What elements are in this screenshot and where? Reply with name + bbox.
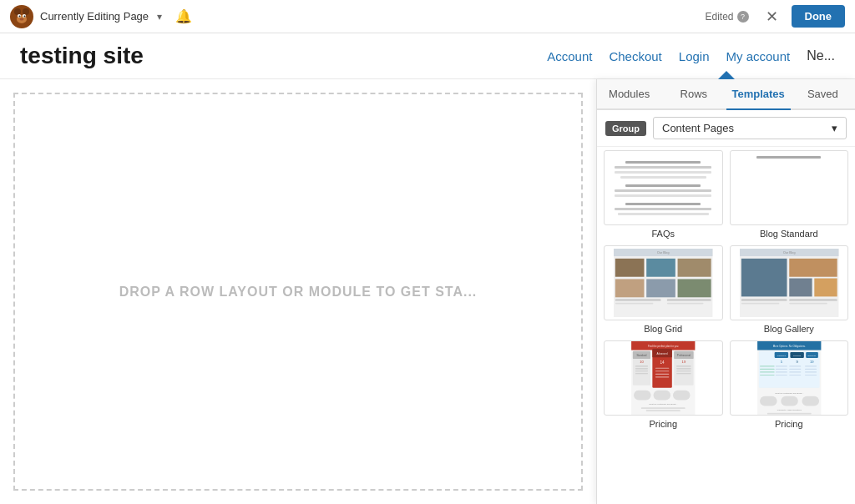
- svg-rect-26: [789, 259, 837, 277]
- svg-rect-64: [641, 407, 686, 409]
- svg-rect-82: [805, 365, 817, 366]
- nav-more[interactable]: Ne...: [807, 48, 835, 63]
- template-thumb-blog-grid: Our Blog: [604, 245, 723, 320]
- template-name-pricing-2: Pricing: [775, 419, 803, 429]
- svg-text:What our customers are saying.: What our customers are saying...: [649, 403, 678, 405]
- template-pricing-2[interactable]: More Options. No Obligations. Freelance …: [730, 340, 849, 429]
- template-thumb-blog-gallery: Our Blog: [730, 245, 849, 320]
- logo-icon: [10, 5, 33, 28]
- bell-icon[interactable]: 🔔: [175, 8, 192, 24]
- site-nav: Account Checkout Login My account Ne...: [547, 48, 835, 63]
- svg-rect-65: [646, 410, 680, 411]
- svg-rect-98: [802, 396, 819, 406]
- svg-text:19: 19: [682, 360, 686, 364]
- svg-rect-30: [741, 303, 779, 305]
- svg-rect-58: [676, 370, 691, 371]
- nav-myaccount[interactable]: My account: [726, 49, 791, 63]
- svg-text:Advanced: Advanced: [657, 352, 668, 355]
- chevron-down-icon[interactable]: ▾: [157, 11, 162, 23]
- svg-text:Freelance: Freelance: [777, 355, 786, 356]
- template-pricing-1[interactable]: Find the perfect plan for you Standard 1…: [604, 340, 723, 429]
- svg-rect-90: [805, 371, 817, 372]
- close-icon[interactable]: ✕: [766, 8, 778, 26]
- svg-rect-94: [805, 375, 817, 375]
- svg-rect-29: [741, 299, 787, 301]
- svg-point-2: [23, 8, 29, 15]
- svg-rect-19: [615, 303, 654, 305]
- svg-point-7: [24, 15, 26, 17]
- svg-rect-84: [775, 369, 787, 370]
- tab-templates[interactable]: Templates: [726, 79, 791, 110]
- svg-rect-18: [615, 299, 661, 301]
- svg-rect-49: [655, 370, 669, 371]
- template-name-blog-grid: Blog Grid: [644, 324, 682, 334]
- nav-login[interactable]: Login: [679, 49, 710, 63]
- svg-rect-91: [760, 375, 775, 375]
- svg-rect-62: [673, 391, 691, 401]
- svg-rect-56: [676, 365, 691, 366]
- svg-rect-57: [676, 368, 691, 369]
- svg-rect-93: [789, 375, 801, 375]
- svg-rect-60: [634, 391, 651, 401]
- svg-rect-51: [655, 376, 669, 377]
- svg-rect-14: [678, 259, 711, 277]
- template-blog-standard[interactable]: Blog Standard: [730, 150, 849, 239]
- svg-point-6: [19, 15, 21, 17]
- svg-rect-28: [814, 279, 837, 297]
- canvas[interactable]: DROP A ROW LAYOUT OR MODULE TO GET STA..…: [0, 79, 596, 504]
- template-thumb-pricing-1: Find the perfect plan for you Standard 1…: [604, 340, 723, 416]
- canvas-drop-zone[interactable]: DROP A ROW LAYOUT OR MODULE TO GET STA..…: [13, 93, 583, 491]
- svg-rect-12: [615, 259, 645, 277]
- panel-tabs: Modules Rows Templates Saved: [597, 79, 855, 110]
- svg-rect-97: [781, 396, 798, 406]
- svg-text:What our customers are saying.: What our customers are saying...: [775, 392, 804, 394]
- svg-rect-21: [667, 303, 704, 305]
- template-thumb-faqs: [604, 150, 723, 225]
- template-blog-gallery[interactable]: Our Blog: [730, 245, 849, 334]
- svg-rect-92: [775, 375, 787, 375]
- svg-rect-61: [654, 391, 671, 401]
- site-title: testing site: [20, 43, 547, 69]
- svg-rect-96: [760, 396, 777, 406]
- panel-pointer: [718, 71, 735, 79]
- help-icon[interactable]: ?: [737, 11, 749, 23]
- group-badge: Group: [605, 121, 646, 136]
- template-row: Find the perfect plan for you Standard 1…: [604, 340, 848, 429]
- svg-rect-13: [646, 259, 675, 277]
- page-title: Currently Editing Page: [40, 10, 149, 23]
- done-button[interactable]: Done: [792, 5, 846, 28]
- svg-rect-59: [676, 373, 691, 374]
- template-thumb-pricing-2: More Options. No Obligations. Freelance …: [730, 340, 849, 416]
- svg-rect-88: [775, 371, 787, 372]
- tab-rows[interactable]: Rows: [661, 79, 726, 108]
- svg-rect-89: [789, 371, 801, 372]
- svg-rect-17: [678, 279, 711, 297]
- svg-rect-81: [789, 365, 801, 366]
- svg-rect-25: [741, 259, 787, 297]
- group-row: Group Content Pages ▾: [597, 110, 855, 147]
- svg-rect-15: [615, 279, 645, 297]
- svg-rect-41: [635, 368, 648, 369]
- template-thumb-blog-standard: [730, 150, 849, 225]
- svg-text:Standard: Standard: [637, 354, 647, 357]
- nav-checkout[interactable]: Checkout: [609, 49, 661, 63]
- nav-account[interactable]: Account: [547, 49, 592, 63]
- template-blog-grid[interactable]: Our Blog: [604, 245, 723, 334]
- right-panel: Modules Rows Templates Saved Group Conte…: [596, 79, 855, 504]
- svg-rect-50: [655, 374, 669, 375]
- tab-saved[interactable]: Saved: [791, 79, 855, 108]
- svg-rect-85: [789, 369, 801, 370]
- drop-text: DROP A ROW LAYOUT OR MODULE TO GET STA..…: [119, 285, 478, 300]
- template-faqs[interactable]: FAQs: [604, 150, 723, 239]
- svg-text:10: 10: [640, 360, 644, 364]
- svg-text:Business: Business: [807, 355, 816, 356]
- svg-rect-43: [635, 373, 648, 374]
- svg-rect-83: [760, 369, 775, 370]
- group-dropdown[interactable]: Content Pages ▾: [653, 117, 847, 139]
- svg-rect-27: [789, 279, 812, 297]
- svg-rect-80: [775, 365, 787, 366]
- tab-modules[interactable]: Modules: [597, 79, 661, 108]
- edited-status: Edited ?: [705, 11, 748, 23]
- template-grid[interactable]: FAQs: [597, 147, 855, 504]
- svg-rect-79: [760, 365, 775, 366]
